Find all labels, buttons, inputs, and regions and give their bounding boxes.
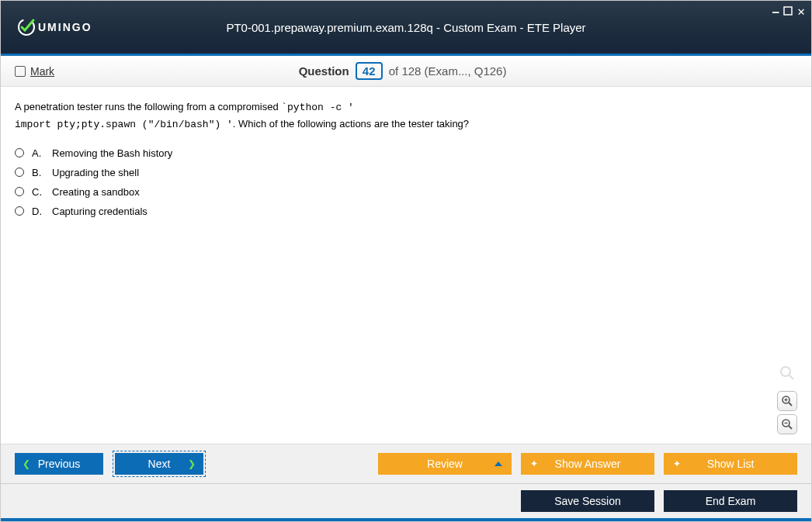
option-c[interactable]: C. Creating a sandbox: [15, 186, 797, 198]
radio-d[interactable]: [15, 206, 24, 216]
show-answer-label: Show Answer: [555, 458, 621, 470]
save-session-label: Save Session: [554, 495, 621, 507]
bottom-divider: [1, 518, 811, 521]
puzzle-icon: ✦: [530, 458, 538, 469]
window-title: PT0-001.prepaway.premium.exam.128q - Cus…: [1, 21, 811, 34]
chevron-right-icon: ❯: [188, 458, 196, 469]
question-header: Mark Question 42 of 128 (Exam..., Q126): [1, 56, 811, 87]
logo-check-icon: [16, 17, 36, 37]
question-indicator: Question 42 of 128 (Exam..., Q126): [54, 62, 751, 80]
option-text: Creating a sandbox: [52, 186, 140, 198]
minimize-button[interactable]: —: [772, 5, 779, 18]
review-label: Review: [427, 458, 463, 470]
next-label: Next: [148, 458, 171, 470]
mark-label[interactable]: Mark: [30, 65, 54, 78]
option-letter: A.: [32, 147, 44, 159]
dropdown-up-icon: [494, 462, 502, 466]
end-exam-button[interactable]: End Exam: [664, 490, 797, 512]
titlebar: — ✕ UMINGO PT0-001.prepaway.premium.exam…: [1, 1, 811, 54]
footer-session: Save Session End Exam: [1, 483, 811, 518]
svg-rect-0: [784, 7, 792, 15]
question-text: A penetration tester runs the following …: [15, 99, 797, 133]
options-list: A. Removing the Bash history B. Upgradin…: [15, 147, 797, 217]
mark-checkbox[interactable]: [15, 66, 26, 77]
option-letter: C.: [32, 186, 44, 198]
question-content: A penetration tester runs the following …: [1, 87, 811, 444]
show-list-label: Show List: [707, 458, 755, 470]
option-text: Upgrading the shell: [52, 167, 139, 178]
radio-c[interactable]: [15, 187, 24, 196]
svg-line-3: [789, 375, 793, 379]
svg-point-2: [781, 367, 790, 376]
logo-text: UMINGO: [38, 21, 92, 33]
option-letter: D.: [32, 206, 44, 217]
footer-nav: ❮ Previous Next ❯ Review ✦ Show Answer ✦…: [1, 444, 811, 483]
show-list-button[interactable]: ✦ Show List: [664, 453, 797, 475]
option-text: Removing the Bash history: [52, 147, 172, 159]
end-exam-label: End Exam: [706, 495, 756, 507]
radio-a[interactable]: [15, 148, 24, 157]
puzzle-icon: ✦: [673, 458, 681, 469]
review-button[interactable]: Review: [378, 453, 512, 475]
search-icon[interactable]: [777, 363, 797, 383]
previous-button[interactable]: ❮ Previous: [15, 453, 103, 475]
question-code1: `python -c ': [281, 102, 354, 113]
question-context: (Exam..., Q126): [425, 64, 507, 78]
zoom-out-button[interactable]: [777, 414, 797, 434]
chevron-left-icon: ❮: [23, 458, 30, 469]
zoom-in-button[interactable]: [777, 391, 797, 411]
previous-label: Previous: [38, 458, 80, 470]
radio-b[interactable]: [15, 168, 24, 177]
svg-line-5: [789, 403, 792, 406]
question-code2: import pty;pty.spawn ("/bin/bash") ': [15, 119, 233, 130]
option-letter: B.: [32, 167, 44, 178]
question-text-part2: . Which of the following actions are the…: [233, 118, 469, 130]
question-number: 42: [356, 62, 383, 80]
show-answer-button[interactable]: ✦ Show Answer: [521, 453, 654, 475]
question-total: of 128: [389, 64, 422, 78]
save-session-button[interactable]: Save Session: [521, 490, 654, 512]
question-label: Question: [299, 64, 349, 78]
option-d[interactable]: D. Capturing credentials: [15, 206, 797, 217]
svg-line-9: [789, 426, 792, 429]
logo: UMINGO: [16, 17, 92, 37]
question-text-part1: A penetration tester runs the following …: [15, 101, 281, 112]
close-button[interactable]: ✕: [797, 4, 805, 19]
option-text: Capturing credentials: [52, 206, 147, 217]
next-button[interactable]: Next ❯: [115, 453, 203, 475]
option-b[interactable]: B. Upgrading the shell: [15, 167, 797, 178]
option-a[interactable]: A. Removing the Bash history: [15, 147, 797, 159]
maximize-button[interactable]: [783, 5, 793, 18]
